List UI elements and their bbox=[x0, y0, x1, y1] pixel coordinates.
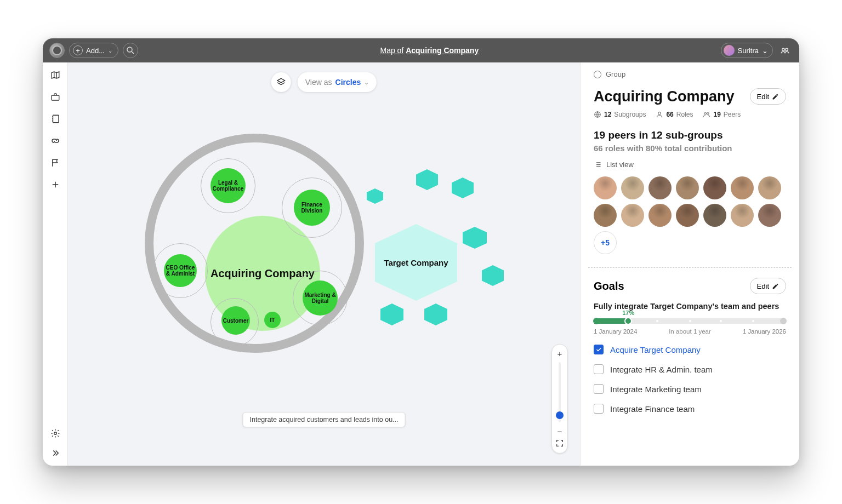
search-button[interactable] bbox=[123, 43, 138, 58]
node-target-sub[interactable] bbox=[482, 265, 504, 286]
node-target-sub[interactable] bbox=[452, 177, 474, 198]
briefcase-icon bbox=[50, 92, 60, 102]
peer-avatar[interactable] bbox=[758, 204, 781, 227]
peer-avatar[interactable] bbox=[594, 176, 617, 199]
node-target-sub[interactable] bbox=[463, 227, 487, 249]
meta-peers: 19Peers bbox=[703, 111, 741, 118]
nav-collapse[interactable] bbox=[48, 446, 62, 460]
node-legal[interactable]: Legal & Compliance bbox=[210, 168, 246, 203]
node-target-sub[interactable] bbox=[380, 303, 403, 325]
user-avatar bbox=[724, 45, 735, 56]
list-view-toggle[interactable]: List view bbox=[594, 161, 786, 169]
breadcrumb[interactable]: Group bbox=[594, 70, 786, 78]
zoom-fit-button[interactable] bbox=[555, 439, 564, 450]
user-name: Suritra bbox=[738, 47, 759, 55]
nav-link[interactable] bbox=[48, 134, 62, 148]
zoom-out-button[interactable]: − bbox=[554, 426, 565, 437]
zoom-slider[interactable] bbox=[559, 362, 561, 422]
checkbox-icon[interactable] bbox=[594, 345, 604, 354]
nav-add[interactable] bbox=[48, 177, 62, 192]
peer-avatar[interactable] bbox=[621, 204, 644, 227]
task-label: Integrate Marketing team bbox=[610, 385, 702, 394]
people-icon bbox=[703, 111, 710, 118]
peer-avatar[interactable] bbox=[731, 204, 754, 227]
zoom-in-button[interactable]: + bbox=[554, 348, 565, 359]
zoom-control: + − bbox=[551, 344, 568, 454]
map-canvas[interactable]: View as Circles ⌄ Acquiring Company Lega… bbox=[68, 62, 580, 466]
peer-avatar[interactable] bbox=[648, 176, 672, 199]
progress-percent: 17% bbox=[622, 310, 634, 316]
node-target-sub[interactable] bbox=[424, 303, 447, 325]
progress-start-cap bbox=[593, 318, 600, 324]
org-diagram: Acquiring Company Legal & Compliance Fin… bbox=[68, 62, 580, 466]
goal-task[interactable]: Integrate Marketing team bbox=[594, 384, 786, 394]
nav-map[interactable] bbox=[48, 68, 62, 82]
user-menu[interactable]: Suritra ⌄ bbox=[721, 43, 773, 58]
peer-avatar[interactable] bbox=[676, 176, 699, 199]
node-target-sub[interactable] bbox=[416, 169, 438, 190]
node-customer[interactable]: Customer bbox=[221, 306, 250, 335]
task-label: Integrate Finance team bbox=[610, 404, 695, 414]
peer-avatar[interactable] bbox=[731, 176, 754, 199]
header-title[interactable]: Map of Acquiring Company bbox=[143, 46, 716, 55]
progress-end-cap bbox=[780, 318, 787, 324]
pencil-icon bbox=[772, 93, 779, 100]
peer-avatar[interactable] bbox=[703, 204, 726, 227]
node-target-sub[interactable] bbox=[367, 188, 383, 204]
goals-heading: Goals bbox=[594, 280, 624, 293]
progress-thumb[interactable] bbox=[624, 317, 632, 325]
app-logo[interactable] bbox=[49, 43, 65, 58]
nav-flag[interactable] bbox=[48, 156, 62, 170]
list-icon bbox=[594, 161, 602, 169]
peer-avatar[interactable] bbox=[758, 176, 781, 199]
svg-point-0 bbox=[127, 47, 132, 52]
details-panel: Group Acquiring Company Edit 12Subgroups bbox=[580, 62, 799, 466]
node-ceo[interactable]: CEO Office & Administ bbox=[164, 254, 197, 287]
progress-mid-label: In about 1 year bbox=[669, 328, 711, 335]
share-button[interactable] bbox=[777, 43, 793, 58]
nav-briefcase[interactable] bbox=[48, 90, 62, 104]
goal-progress[interactable]: 17% 1 January 2024 In about 1 year 1 Jan… bbox=[594, 318, 786, 335]
checkbox-icon[interactable] bbox=[594, 384, 604, 394]
chevrons-right-icon bbox=[50, 448, 60, 458]
svg-point-2 bbox=[782, 48, 785, 51]
more-peers-button[interactable]: +5 bbox=[594, 231, 617, 254]
nav-notebook[interactable] bbox=[48, 112, 62, 126]
task-label: Integrate HR & Admin. team bbox=[610, 365, 713, 374]
peer-avatars: +5 bbox=[594, 176, 786, 254]
peer-avatar[interactable] bbox=[676, 204, 699, 227]
goal-task[interactable]: Integrate Finance team bbox=[594, 404, 786, 414]
peer-avatar[interactable] bbox=[703, 176, 726, 199]
link-icon bbox=[50, 136, 60, 146]
zoom-thumb[interactable] bbox=[556, 411, 564, 419]
node-marketing[interactable]: Marketing & Digital bbox=[303, 280, 338, 316]
peers-heading: 19 peers in 12 sub-groups bbox=[594, 129, 786, 141]
panel-title: Acquiring Company bbox=[594, 88, 735, 105]
node-finance[interactable]: Finance Division bbox=[294, 190, 330, 226]
edit-group-button[interactable]: Edit bbox=[750, 88, 786, 105]
peer-avatar[interactable] bbox=[621, 176, 644, 199]
goal-task[interactable]: Integrate HR & Admin. team bbox=[594, 364, 786, 374]
node-it[interactable]: IT bbox=[264, 312, 281, 328]
peer-avatar[interactable] bbox=[594, 204, 617, 227]
svg-rect-4 bbox=[52, 95, 59, 100]
svg-line-1 bbox=[132, 51, 134, 54]
checkbox-icon[interactable] bbox=[594, 404, 604, 414]
add-button[interactable]: + Add... ⌄ bbox=[69, 43, 118, 58]
node-target-company[interactable]: Target Company bbox=[375, 224, 457, 301]
nav-settings[interactable] bbox=[48, 426, 62, 440]
fullscreen-icon bbox=[555, 439, 564, 448]
people-icon bbox=[780, 45, 790, 55]
svg-point-8 bbox=[658, 112, 661, 114]
svg-point-6 bbox=[54, 432, 56, 435]
edit-goals-button[interactable]: Edit bbox=[750, 278, 786, 294]
person-icon bbox=[656, 111, 663, 118]
plus-icon: + bbox=[73, 45, 83, 55]
goal-task[interactable]: Acquire Target Company bbox=[594, 345, 786, 354]
meta-stats: 12Subgroups 66Roles 19Peers bbox=[594, 111, 786, 118]
checkbox-icon[interactable] bbox=[594, 364, 604, 374]
section-divider bbox=[588, 267, 792, 268]
peer-avatar[interactable] bbox=[648, 204, 672, 227]
circle-icon bbox=[594, 71, 601, 78]
notebook-icon bbox=[50, 114, 60, 124]
